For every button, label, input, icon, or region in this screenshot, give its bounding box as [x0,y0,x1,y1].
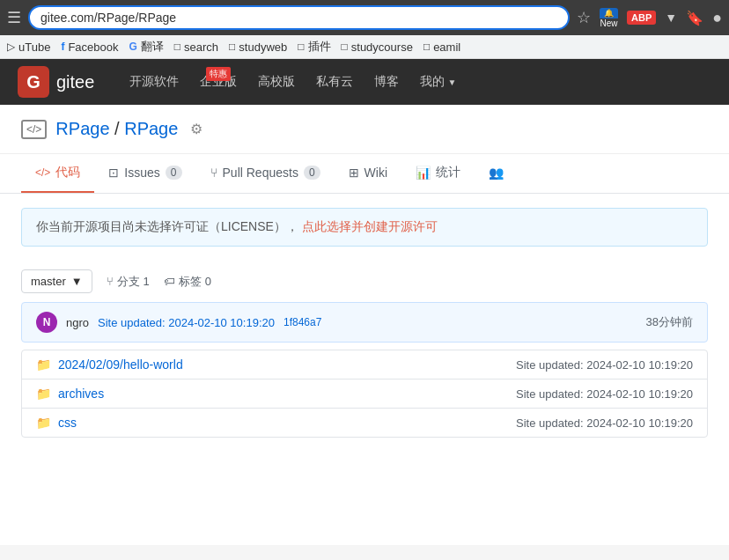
bookmark-eamil[interactable]: □ eamil [423,41,460,54]
folder-icon-css: 📁 [36,416,51,430]
repo-header: </> RPage / RPage ⚙ [0,105,729,154]
file-commit-msg-archives: Site updated: 2024-02-10 10:19:20 [516,387,693,401]
youtube-icon: ▷ [7,41,15,53]
file-name-hello-world[interactable]: 2024/02/09/hello-world [58,357,183,372]
issues-badge: 0 [166,166,182,180]
bookmark-youtube[interactable]: ▷ uTube [7,41,50,54]
bookmark-studycourse[interactable]: □ studycourse [342,41,413,54]
code-bracket-icon: </> [21,120,47,139]
tab-code[interactable]: </> 代码 [21,154,94,193]
new-label: New [600,18,618,28]
repo-title: RPage / RPage [55,119,178,139]
tab-wiki[interactable]: ⊞ Wiki [335,155,401,192]
menu-icon[interactable]: ☰ [7,8,21,27]
commit-time: 38分钟前 [646,314,693,330]
tab-stats-icon: 📊 [416,166,431,180]
tab-issues-icon: ⊡ [108,166,119,180]
license-link[interactable]: 点此选择并创建开源许可 [302,219,438,233]
tab-wiki-label: Wiki [364,166,387,180]
tab-members-icon: 👥 [489,166,504,180]
bookmark-studyweb[interactable]: □ studyweb [229,41,287,54]
file-row: 📁 archives Site updated: 2024-02-10 10:1… [22,379,707,409]
tab-stats[interactable]: 📊 统计 [401,154,475,193]
google-icon: G [129,41,136,53]
bookmark-studyweb-label: studyweb [239,41,287,54]
bookmark-plugin-label: 插件 [308,39,331,55]
nav-university[interactable]: 高校版 [258,74,295,90]
branches-info[interactable]: ⑂ 分支 1 [107,274,150,290]
bookmark-studycourse-label: studycourse [351,41,413,54]
tab-members[interactable]: 👥 [475,155,518,192]
repo-name-link[interactable]: RPage [124,119,178,138]
branch-meta: ⑂ 分支 1 🏷 标签 0 [107,274,211,290]
dropdown-icon[interactable]: ▼ [665,11,677,25]
branch-chevron: ▼ [71,275,83,288]
bookmark-icon[interactable]: 🔖 [686,10,703,26]
repo-namespace-link[interactable]: RPage [55,119,109,138]
tab-pull-requests[interactable]: ⑂ Pull Requests 0 [196,155,335,192]
bookmark-search[interactable]: □ search [174,41,218,54]
repo-separator: / [114,119,124,138]
gitee-logo-g: G [18,66,49,98]
tags-count: 0 [205,275,211,288]
nav-mine-label: 我的 [420,74,445,90]
page-content: </> RPage / RPage ⚙ </> 代码 ⊡ Issues 0 ⑂ … [0,105,729,545]
gitee-logo[interactable]: G gitee [18,66,94,98]
file-name-archives[interactable]: archives [58,387,104,401]
folder-icon-eamil: □ [423,41,430,53]
bookmark-search-label: search [184,41,218,54]
commit-hash[interactable]: 1f846a7 [284,316,321,328]
account-icon[interactable]: ● [712,9,722,27]
nav-mine[interactable]: 我的 ▼ [420,74,456,90]
bookmark-translate[interactable]: G 翻译 [129,39,163,55]
bookmark-eamil-label: eamil [433,41,460,54]
repo-settings-icon[interactable]: ⚙ [190,121,202,137]
license-notice-text: 你当前开源项目尚未选择许可证（LICENSE）， [36,219,298,233]
bookmark-youtube-label: uTube [18,41,50,54]
tags-info[interactable]: 🏷 标签 0 [164,274,211,290]
bookmarks-bar: ▷ uTube f Facebook G 翻译 □ search □ study… [0,35,729,59]
tags-label: 标签 [179,274,202,290]
address-bar[interactable]: gitee.com/RPage/RPage [28,5,570,30]
folder-icon-plugin: □ [298,41,304,53]
folder-icon-hello-world: 📁 [36,357,51,372]
branch-select[interactable]: master ▼ [21,269,92,293]
commit-row: N ngro Site updated: 2024-02-10 10:19:20… [21,302,708,343]
folder-icon-studyweb: □ [229,41,235,53]
nav-private-cloud[interactable]: 私有云 [316,74,353,90]
file-commit-msg-hello-world: Site updated: 2024-02-10 10:19:20 [516,358,693,372]
tab-stats-label: 统计 [436,165,460,181]
tag-icon: 🏷 [164,275,175,288]
gitee-nav: 开源软件 企业版 特惠 高校版 私有云 博客 我的 ▼ [129,74,456,90]
tab-issues[interactable]: ⊡ Issues 0 [94,155,195,192]
new-badge-container[interactable]: 🔔 New [600,8,618,28]
new-badge: 🔔 [600,8,618,18]
tab-wiki-icon: ⊞ [349,166,359,180]
file-name-css[interactable]: css [58,416,77,430]
tab-code-icon: </> [35,166,50,179]
file-list: 📁 2024/02/09/hello-world Site updated: 2… [21,350,708,438]
branches-count: 1 [144,275,150,288]
commit-author[interactable]: ngro [66,316,89,329]
commit-message[interactable]: Site updated: 2024-02-10 10:19:20 [98,316,275,329]
bookmark-plugin[interactable]: □ 插件 [298,39,330,55]
pr-badge: 0 [304,166,320,180]
tab-pr-icon: ⑂ [210,166,217,180]
nav-blog[interactable]: 博客 [374,74,399,90]
folder-icon-studycourse: □ [342,41,348,53]
branch-fork-icon: ⑂ [107,275,114,288]
gitee-logo-text: gitee [56,72,94,92]
license-notice: 你当前开源项目尚未选择许可证（LICENSE）， 点此选择并创建开源许可 [21,208,708,247]
abp-button[interactable]: ABP [627,11,656,25]
star-icon[interactable]: ☆ [577,8,591,27]
facebook-icon: f [61,41,64,53]
browser-controls: ☰ [7,8,21,27]
file-row: 📁 2024/02/09/hello-world Site updated: 2… [22,350,707,379]
nav-enterprise[interactable]: 企业版 特惠 [200,74,237,90]
file-commit-msg-css: Site updated: 2024-02-10 10:19:20 [516,416,693,430]
branch-name: master [31,275,66,288]
bookmark-facebook-label: Facebook [68,41,118,54]
nav-opensource[interactable]: 开源软件 [129,74,179,90]
repo-tabs: </> 代码 ⊡ Issues 0 ⑂ Pull Requests 0 ⊞ Wi… [0,154,729,194]
bookmark-facebook[interactable]: f Facebook [61,41,118,54]
